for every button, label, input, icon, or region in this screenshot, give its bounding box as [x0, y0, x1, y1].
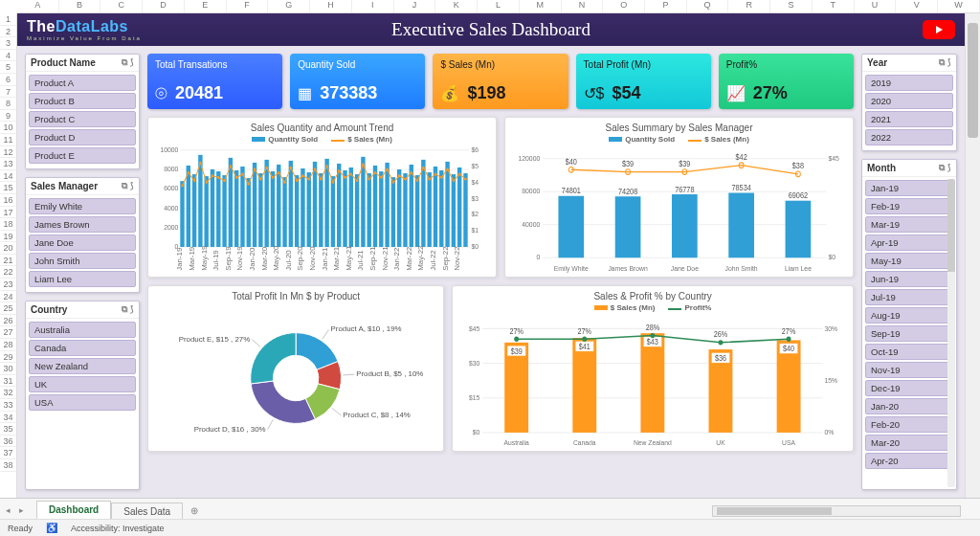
- clear-filter-icon[interactable]: ⟆: [947, 163, 951, 173]
- svg-text:$39: $39: [622, 159, 634, 168]
- multiselect-icon[interactable]: ⧉: [122, 181, 127, 191]
- tab-nav-icon[interactable]: ◂ ▸: [6, 505, 27, 515]
- row-headers: 1234567891011121314151617181920212223242…: [0, 13, 17, 498]
- slicer-item[interactable]: May-19: [865, 253, 953, 269]
- money-icon: 💰: [440, 84, 459, 102]
- svg-rect-59: [421, 160, 425, 247]
- slicer-item[interactable]: Aug-19: [865, 307, 953, 324]
- slicer-item[interactable]: Canada: [29, 340, 136, 356]
- tab-salesdata[interactable]: Sales Data: [111, 502, 183, 520]
- slicer-item[interactable]: John Smith: [29, 253, 136, 269]
- svg-text:Nov-19: Nov-19: [236, 246, 244, 270]
- slicer-item[interactable]: 2019: [865, 75, 953, 91]
- svg-text:6000: 6000: [164, 184, 178, 193]
- chart-donut[interactable]: Total Profit In Mn $ by Product Product …: [147, 285, 444, 452]
- slicer-item[interactable]: Product A: [29, 75, 136, 91]
- svg-text:Sep-19: Sep-19: [224, 246, 232, 270]
- slicer-country[interactable]: Country⧉⟆ AustraliaCanadaNew ZealandUKUS…: [25, 301, 140, 490]
- slicer-item[interactable]: USA: [29, 394, 136, 411]
- slicer-item[interactable]: Mar-20: [865, 435, 953, 451]
- slicer-item[interactable]: 2022: [865, 129, 953, 145]
- svg-text:28%: 28%: [646, 324, 660, 333]
- slicer-item[interactable]: 2021: [865, 111, 953, 127]
- svg-rect-39: [301, 168, 304, 247]
- slicer-item[interactable]: Product B: [29, 93, 136, 109]
- add-sheet-icon[interactable]: ⊕: [183, 502, 206, 519]
- multiselect-icon[interactable]: ⧉: [939, 163, 945, 173]
- svg-text:Jan-21: Jan-21: [321, 248, 328, 271]
- svg-text:$39: $39: [511, 346, 523, 356]
- svg-rect-32: [258, 173, 262, 247]
- chart-country[interactable]: Sales & Profit % by Country $ Sales (Mn)…: [452, 285, 854, 452]
- svg-text:0: 0: [536, 253, 540, 262]
- slicer-item[interactable]: Liam Lee: [29, 271, 136, 287]
- svg-text:27%: 27%: [510, 326, 524, 336]
- horizontal-scrollbar[interactable]: [712, 505, 961, 517]
- clear-filter-icon[interactable]: ⟆: [947, 57, 951, 68]
- svg-text:78534: 78534: [731, 184, 751, 193]
- svg-rect-48: [355, 174, 359, 247]
- slicer-item[interactable]: New Zealand: [29, 358, 136, 374]
- svg-text:UK: UK: [717, 438, 726, 448]
- svg-rect-21: [192, 174, 196, 247]
- slicer-item[interactable]: Jan-19: [865, 180, 953, 196]
- slicer-item[interactable]: Emily White: [29, 198, 136, 214]
- svg-text:26%: 26%: [714, 330, 728, 340]
- svg-text:Product E, $15 , 27%: Product E, $15 , 27%: [179, 335, 251, 344]
- slicer-item[interactable]: Mar-19: [865, 216, 953, 233]
- slicer-item[interactable]: Product C: [29, 111, 136, 127]
- multiselect-icon[interactable]: ⧉: [122, 304, 127, 315]
- svg-text:May-19: May-19: [200, 246, 208, 271]
- slicer-month[interactable]: Month⧉⟆ Jan-19Feb-19Mar-19Apr-19May-19Ju…: [861, 159, 957, 490]
- chart-manager[interactable]: Sales Summary by Sales Manager Quantity …: [504, 117, 854, 278]
- slicer-item[interactable]: Apr-19: [865, 234, 953, 251]
- slicer-product[interactable]: Product Name⧉⟆ Product AProduct BProduct…: [25, 54, 140, 169]
- accessibility-icon[interactable]: ♿: [46, 523, 57, 533]
- svg-rect-19: [180, 181, 184, 247]
- vertical-scrollbar[interactable]: [965, 13, 980, 498]
- svg-text:Jan-22: Jan-22: [393, 248, 401, 271]
- clear-filter-icon[interactable]: ⟆: [130, 181, 134, 191]
- chart-trend[interactable]: Sales Quantity and Amount Trend Quantity…: [147, 117, 497, 278]
- svg-rect-28: [234, 170, 238, 247]
- svg-text:Mar-21: Mar-21: [333, 247, 341, 271]
- slicer-item[interactable]: Product E: [29, 147, 136, 164]
- slicer-year[interactable]: Year⧉⟆ 2019202020212022: [861, 54, 957, 151]
- tab-dashboard[interactable]: Dashboard: [36, 501, 111, 520]
- svg-text:Jan-19: Jan-19: [176, 248, 184, 271]
- svg-text:40000: 40000: [522, 220, 540, 230]
- slicer-item[interactable]: Feb-20: [865, 416, 953, 433]
- svg-text:76778: 76778: [675, 185, 695, 194]
- slicer-item[interactable]: Feb-19: [865, 198, 953, 214]
- slicer-item[interactable]: Product D: [29, 129, 136, 145]
- slicer-item[interactable]: Jul-19: [865, 289, 953, 305]
- slicer-manager[interactable]: Sales Manager⧉⟆ Emily WhiteJames BrownJa…: [25, 177, 140, 293]
- slicer-item[interactable]: Australia: [29, 322, 136, 338]
- svg-text:$40: $40: [566, 157, 578, 167]
- slicer-item[interactable]: Jane Doe: [29, 234, 136, 251]
- dashboard-header: TheDataLabs Maximize Value From Data Exe…: [17, 13, 965, 46]
- svg-text:Jane Doe: Jane Doe: [671, 263, 699, 273]
- svg-text:$6: $6: [472, 145, 479, 155]
- slicer-item[interactable]: Jan-20: [865, 398, 953, 414]
- slicer-item[interactable]: Apr-20: [865, 453, 953, 469]
- svg-rect-157: [786, 201, 812, 258]
- svg-line-180: [268, 419, 274, 429]
- svg-text:$42: $42: [736, 153, 747, 163]
- slicer-item[interactable]: James Brown: [29, 216, 136, 233]
- slicer-item[interactable]: 2020: [865, 93, 953, 109]
- slicer-item[interactable]: Nov-19: [865, 362, 953, 378]
- slicer-item[interactable]: UK: [29, 376, 136, 392]
- clear-filter-icon[interactable]: ⟆: [130, 304, 134, 315]
- svg-text:Jan-20: Jan-20: [249, 248, 256, 271]
- svg-text:Australia: Australia: [504, 438, 529, 448]
- clear-filter-icon[interactable]: ⟆: [130, 57, 134, 68]
- slicer-item[interactable]: Jun-19: [865, 271, 953, 287]
- svg-rect-42: [319, 173, 323, 247]
- youtube-icon[interactable]: [923, 20, 955, 39]
- slicer-item[interactable]: Oct-19: [865, 344, 953, 360]
- multiselect-icon[interactable]: ⧉: [122, 57, 127, 68]
- slicer-item[interactable]: Sep-19: [865, 325, 953, 342]
- slicer-item[interactable]: Dec-19: [865, 380, 953, 396]
- multiselect-icon[interactable]: ⧉: [939, 57, 945, 68]
